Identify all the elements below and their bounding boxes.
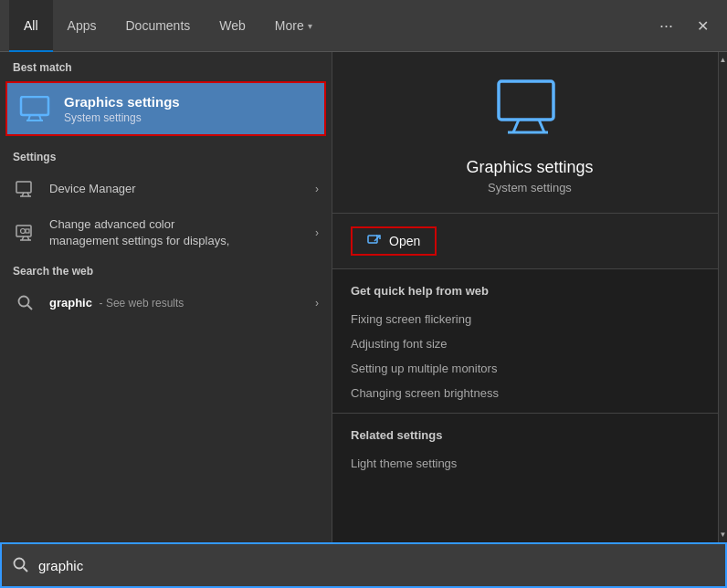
svg-line-22 bbox=[24, 568, 28, 572]
web-help-title: Get quick help from web bbox=[351, 284, 709, 298]
tab-all-label: All bbox=[24, 18, 38, 33]
svg-rect-4 bbox=[16, 182, 31, 193]
left-panel: Best match Graphics settings System sett… bbox=[0, 52, 332, 542]
tab-web-label: Web bbox=[219, 18, 246, 33]
more-chevron-icon: ▾ bbox=[308, 21, 312, 31]
svg-line-15 bbox=[27, 305, 32, 310]
svg-line-17 bbox=[513, 120, 519, 132]
color-management-item[interactable]: Change advanced color management setting… bbox=[0, 209, 332, 256]
svg-rect-16 bbox=[499, 81, 553, 120]
svg-point-21 bbox=[15, 559, 25, 569]
web-help-link-3[interactable]: Changing screen brightness bbox=[351, 381, 709, 405]
more-options-button[interactable]: ··· bbox=[652, 13, 680, 39]
app-subtitle: System settings bbox=[488, 181, 572, 194]
settings-section-label: Settings bbox=[0, 142, 332, 169]
search-suffix: - See web results bbox=[100, 297, 184, 310]
search-icon bbox=[13, 557, 29, 573]
app-title: Graphics settings bbox=[466, 158, 593, 177]
chevron-right-icon: › bbox=[315, 183, 319, 195]
best-match-label: Best match bbox=[0, 52, 332, 79]
chevron-right-icon-2: › bbox=[315, 226, 319, 239]
best-match-subtitle: System settings bbox=[64, 111, 180, 124]
tab-all[interactable]: All bbox=[9, 0, 53, 52]
main-container: Best match Graphics settings System sett… bbox=[0, 52, 727, 542]
top-nav: All Apps Documents Web More ▾ ··· ✕ bbox=[0, 0, 727, 52]
search-web-icon bbox=[13, 290, 38, 316]
tab-more[interactable]: More ▾ bbox=[260, 0, 327, 52]
tab-more-label: More bbox=[275, 18, 304, 33]
web-help-link-1[interactable]: Adjusting font size bbox=[351, 331, 709, 356]
scrollbar[interactable]: ▲ ▼ bbox=[718, 52, 727, 542]
device-manager-label: Device Manager bbox=[49, 181, 304, 197]
related-section: Related settings Light theme settings bbox=[332, 413, 727, 483]
right-panel: Graphics settings System settings Open G… bbox=[332, 52, 727, 542]
svg-point-9 bbox=[21, 228, 26, 233]
svg-line-18 bbox=[539, 120, 544, 132]
search-web-text: graphic - See web results bbox=[49, 295, 304, 311]
search-web-item[interactable]: graphic - See web results › bbox=[0, 283, 332, 323]
related-link-0[interactable]: Light theme settings bbox=[351, 451, 709, 476]
web-help-link-2[interactable]: Setting up multiple monitors bbox=[351, 356, 709, 381]
search-bar bbox=[0, 542, 727, 588]
web-help-section: Get quick help from web Fixing screen fl… bbox=[332, 269, 727, 413]
tab-apps-label: Apps bbox=[68, 18, 97, 33]
svg-point-14 bbox=[19, 297, 29, 307]
color-management-label: Change advanced color management setting… bbox=[49, 216, 304, 248]
tab-apps[interactable]: Apps bbox=[53, 0, 111, 52]
tab-web[interactable]: Web bbox=[205, 0, 260, 52]
device-manager-icon bbox=[13, 176, 38, 202]
app-detail-top: Graphics settings System settings bbox=[332, 52, 727, 213]
tab-documents[interactable]: Documents bbox=[111, 0, 205, 52]
monitor-small-icon bbox=[19, 96, 50, 121]
device-manager-item[interactable]: Device Manager › bbox=[0, 169, 332, 209]
scroll-down-button[interactable]: ▼ bbox=[720, 530, 727, 542]
best-match-title: Graphics settings bbox=[64, 94, 180, 110]
best-match-item[interactable]: Graphics settings System settings bbox=[5, 81, 326, 136]
search-web-label: Search the web bbox=[0, 256, 332, 283]
best-match-text: Graphics settings System settings bbox=[64, 94, 180, 124]
tab-documents-label: Documents bbox=[125, 18, 190, 33]
app-icon-large bbox=[497, 79, 563, 145]
open-button-label: Open bbox=[389, 234, 420, 248]
related-settings-title: Related settings bbox=[351, 428, 709, 442]
color-management-icon bbox=[13, 220, 38, 246]
scroll-up-button[interactable]: ▲ bbox=[720, 52, 727, 64]
open-button[interactable]: Open bbox=[351, 226, 437, 256]
svg-rect-0 bbox=[21, 97, 48, 115]
web-help-link-0[interactable]: Fixing screen flickering bbox=[351, 307, 709, 331]
close-button[interactable]: ✕ bbox=[688, 14, 718, 38]
best-match-icon bbox=[18, 92, 51, 125]
search-term: graphic bbox=[49, 296, 92, 310]
search-input[interactable] bbox=[38, 558, 714, 573]
open-button-row: Open bbox=[332, 214, 727, 268]
svg-rect-10 bbox=[26, 229, 29, 233]
open-icon bbox=[367, 234, 382, 248]
chevron-right-icon-3: › bbox=[315, 297, 319, 310]
